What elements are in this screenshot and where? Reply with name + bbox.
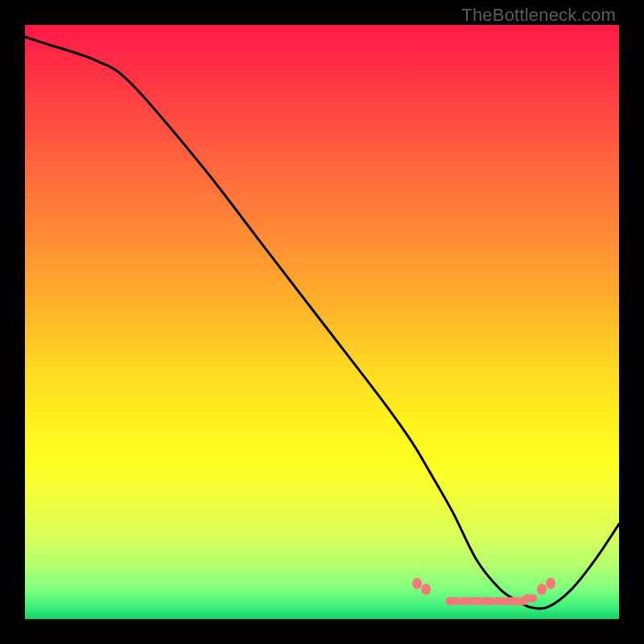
highlight-dot — [537, 584, 547, 595]
highlight-dots-group — [412, 578, 555, 605]
highlight-dash — [522, 594, 537, 602]
watermark-text: TheBottleneck.com — [461, 5, 616, 26]
highlight-dot — [421, 584, 431, 595]
highlight-dot — [546, 578, 555, 589]
chart-frame: TheBottleneck.com — [0, 0, 644, 644]
bottleneck-curve — [25, 37, 619, 609]
highlight-dot — [412, 578, 422, 589]
chart-overlay — [25, 25, 619, 619]
